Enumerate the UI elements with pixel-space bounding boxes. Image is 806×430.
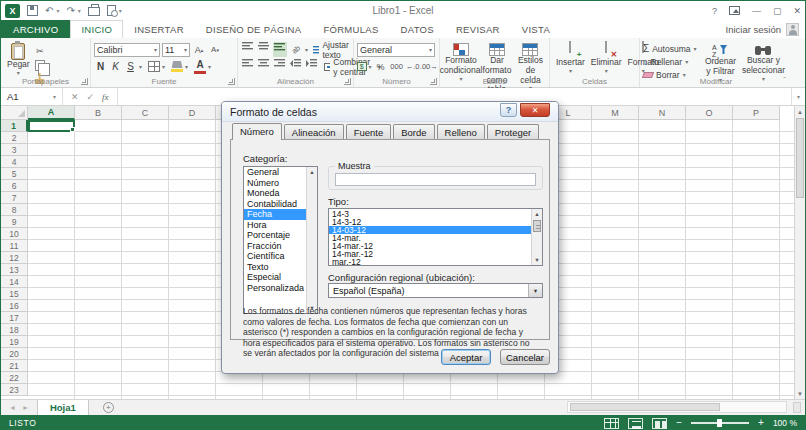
decrease-font-button[interactable]: A▾ xyxy=(208,42,222,57)
cancel-entry-icon[interactable]: ✕ xyxy=(71,92,79,102)
number-dialog-launcher-icon[interactable] xyxy=(430,78,437,85)
row-header[interactable]: 2 xyxy=(1,132,28,144)
decrease-decimal-button[interactable]: .00→ xyxy=(422,59,436,74)
row-header[interactable]: 11 xyxy=(1,240,28,252)
ribbon-tab[interactable]: REVISAR xyxy=(445,20,511,38)
increase-decimal-button[interactable]: ←.0 xyxy=(406,59,420,74)
normal-view-icon[interactable] xyxy=(604,418,619,429)
orientation-icon[interactable]: ab xyxy=(286,39,306,59)
delete-cells-button[interactable]: ✕ Eliminar ▾ xyxy=(588,41,625,77)
wrap-text-button[interactable]: Ajustar texto xyxy=(313,43,352,56)
column-header[interactable]: D xyxy=(169,106,216,120)
column-header[interactable]: N xyxy=(639,106,686,120)
dialog-tab[interactable]: Borde xyxy=(393,124,434,139)
align-center-icon[interactable] xyxy=(257,59,271,74)
category-item[interactable]: Moneda xyxy=(244,188,306,199)
prev-sheet-icon[interactable]: ◄ xyxy=(9,404,16,411)
fill-color-button[interactable] xyxy=(171,61,183,72)
italic-button[interactable]: K xyxy=(109,61,122,72)
save-icon[interactable] xyxy=(27,5,38,16)
cut-icon[interactable]: ✂ xyxy=(33,43,47,58)
row-header[interactable]: 16 xyxy=(1,300,28,312)
category-item[interactable]: Personalizada xyxy=(244,283,306,294)
maximize-icon[interactable]: ▢ xyxy=(773,6,782,16)
percent-style-button[interactable]: % xyxy=(374,59,388,74)
decrease-indent-icon[interactable] xyxy=(289,59,303,74)
undo-dropdown-icon[interactable]: ▾ xyxy=(56,7,59,14)
locale-dropdown-icon[interactable]: ▼ xyxy=(528,284,542,297)
category-item[interactable]: Fecha xyxy=(244,209,306,220)
row-header[interactable]: 9 xyxy=(1,216,28,228)
zoom-slider[interactable] xyxy=(691,422,749,424)
enter-entry-icon[interactable]: ✓ xyxy=(87,92,95,102)
increase-font-button[interactable]: A▴ xyxy=(192,42,206,57)
ribbon-options-icon[interactable] xyxy=(729,6,740,15)
category-item[interactable]: Texto xyxy=(244,262,306,273)
row-header[interactable]: 17 xyxy=(1,312,28,324)
zoom-in-icon[interactable]: + xyxy=(758,418,764,428)
row-header[interactable]: 20 xyxy=(1,348,28,360)
dialog-tab[interactable]: Proteger xyxy=(487,124,539,139)
category-item[interactable]: Hora xyxy=(244,220,306,231)
paste-dropdown-icon[interactable]: ▾ xyxy=(17,70,20,77)
insert-function-icon[interactable]: fx xyxy=(102,92,109,102)
ribbon-tab[interactable]: INICIO xyxy=(70,20,123,38)
selected-cell-a1[interactable] xyxy=(28,120,75,132)
align-left-icon[interactable] xyxy=(241,59,255,74)
sheet-tab-hoja1[interactable]: Hoja1 xyxy=(37,400,89,415)
column-header[interactable]: P xyxy=(733,106,780,120)
redo-dropdown-icon[interactable]: ▾ xyxy=(78,7,81,14)
category-list[interactable]: GeneralNúmeroMonedaContabilidadFechaHora… xyxy=(243,166,318,314)
borders-icon[interactable] xyxy=(148,61,160,72)
align-bottom-icon[interactable] xyxy=(273,42,287,57)
font-color-button[interactable]: A xyxy=(194,60,206,74)
dialog-tab[interactable]: Alineación xyxy=(284,124,344,139)
close-icon[interactable]: ✕ xyxy=(793,6,801,16)
row-header[interactable]: 15 xyxy=(1,288,28,300)
row-header[interactable]: 12 xyxy=(1,252,28,264)
zoom-slider-thumb[interactable] xyxy=(717,419,722,427)
comma-style-button[interactable]: 000 xyxy=(390,59,404,74)
row-header[interactable]: 7 xyxy=(1,192,28,204)
paste-button[interactable]: Pegar ▾ xyxy=(4,41,33,79)
column-header[interactable]: C xyxy=(122,106,169,120)
category-item[interactable]: Porcentaje xyxy=(244,230,306,241)
dialog-close-icon[interactable]: ✕ xyxy=(520,103,550,117)
next-sheet-icon[interactable]: ► xyxy=(22,404,29,411)
autosum-button[interactable]: Σ Autosuma ▾ xyxy=(643,42,696,55)
scroll-up-icon[interactable]: ▲ xyxy=(795,106,805,117)
row-header[interactable]: 1 xyxy=(1,120,28,132)
fill-color-dropdown-icon[interactable]: ▾ xyxy=(185,63,188,70)
scrollbar-splitter[interactable] xyxy=(793,402,801,413)
alignment-dialog-launcher-icon[interactable] xyxy=(344,78,351,85)
row-header[interactable]: 4 xyxy=(1,156,28,168)
column-header[interactable]: A xyxy=(28,106,75,120)
row-header[interactable]: 23 xyxy=(1,384,28,396)
ribbon-tab[interactable]: VISTA xyxy=(511,20,561,38)
row-header[interactable]: 6 xyxy=(1,180,28,192)
align-middle-icon[interactable] xyxy=(257,42,271,57)
ribbon-tab[interactable]: DATOS xyxy=(390,20,445,38)
horizontal-scrollbar[interactable] xyxy=(567,401,787,413)
cell-styles-button[interactable]: Estilos de celda ▾ xyxy=(515,41,546,94)
tab-archivo[interactable]: ARCHIVO xyxy=(1,20,70,38)
redo-icon[interactable]: ↷ xyxy=(66,6,74,16)
dialog-tab[interactable]: Fuente xyxy=(346,124,392,139)
type-scrollbar[interactable]: ▲ ▼ xyxy=(531,209,542,265)
name-box[interactable]: A1▾ xyxy=(1,88,63,105)
insert-cells-button[interactable]: + Insertar ▾ xyxy=(553,41,588,77)
borders-dropdown-icon[interactable]: ▾ xyxy=(162,63,165,70)
category-item[interactable]: Científica xyxy=(244,251,306,262)
underline-button[interactable]: S xyxy=(124,61,137,72)
row-header[interactable]: 22 xyxy=(1,372,28,384)
minimize-icon[interactable]: — xyxy=(752,6,761,16)
undo-icon[interactable]: ↶ xyxy=(45,6,53,16)
qat-customize-icon[interactable]: ▾ xyxy=(119,7,122,14)
page-layout-view-icon[interactable] xyxy=(628,418,643,429)
row-header[interactable]: 14 xyxy=(1,276,28,288)
type-scroll-thumb[interactable] xyxy=(533,220,541,232)
bold-button[interactable]: N xyxy=(94,61,107,72)
dialog-tab[interactable]: Relleno xyxy=(437,124,485,139)
type-item[interactable]: mar.-12 xyxy=(329,258,531,266)
locale-dropdown[interactable]: Español (España) ▼ xyxy=(328,283,543,298)
